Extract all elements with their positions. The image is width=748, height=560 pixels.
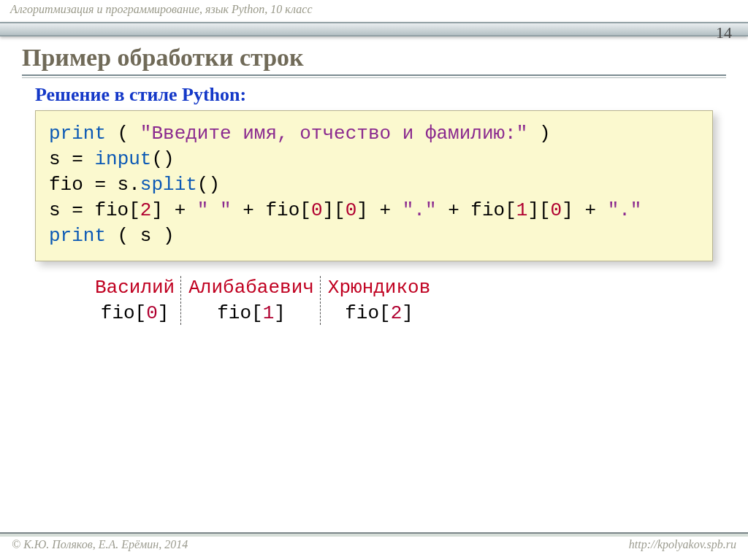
header-separator — [0, 22, 748, 37]
slide: Алгоритмизация и программирование, язык … — [0, 0, 748, 560]
code-number: 2 — [140, 199, 152, 221]
code-string: " " — [197, 199, 232, 221]
code-text: fio = s. — [49, 174, 140, 196]
example-label: fio[ — [345, 302, 390, 324]
code-number: 0 — [311, 199, 323, 221]
code-number: 0 — [346, 199, 357, 221]
kw-print: print — [49, 123, 106, 145]
code-text: s = fio[ — [49, 199, 140, 221]
kw-split: split — [140, 174, 197, 196]
code-text: ] + — [562, 199, 607, 221]
example-name: Хрюндиков — [328, 277, 430, 299]
code-string: "." — [402, 199, 437, 221]
code-text: + fio[ — [232, 199, 311, 221]
example-name: Василий — [95, 277, 175, 299]
footer-url: http://kpolyakov.spb.ru — [629, 538, 736, 551]
example-label: ] — [274, 302, 286, 324]
code-number: 1 — [263, 302, 275, 324]
example-table: Василий Алибабаевич Хрюндиков fio[0] fio… — [88, 275, 438, 326]
code-number: 0 — [551, 199, 562, 221]
slide-subtitle: Решение в стиле Python: — [35, 84, 748, 106]
example-name: Алибабаевич — [188, 277, 314, 299]
code-string: "Введите имя, отчество и фамилию:" — [140, 123, 528, 145]
code-text: s = — [49, 148, 94, 170]
code-block: print ( "Введите имя, отчество и фамилию… — [35, 110, 713, 261]
code-text: ][ — [323, 199, 346, 221]
code-number: 2 — [391, 302, 402, 324]
code-text: ) — [527, 123, 550, 145]
code-text: + fio[ — [437, 199, 516, 221]
code-string: "." — [608, 199, 642, 221]
code-number: 1 — [516, 199, 528, 221]
footer-copyright: © К.Ю. Поляков, Е.А. Ерёмин, 2014 — [12, 538, 188, 551]
kw-print: print — [49, 225, 106, 247]
slide-title: Пример обработки строк — [22, 44, 726, 72]
page-number: 14 — [716, 23, 732, 42]
code-text: () — [197, 174, 220, 196]
footer: © К.Ю. Поляков, Е.А. Ерёмин, 2014 http:/… — [0, 534, 748, 560]
code-text: ( — [106, 123, 140, 145]
code-number: 0 — [146, 302, 158, 324]
title-rule — [22, 74, 726, 78]
code-text: ] + — [356, 199, 402, 221]
code-text: ] + — [151, 199, 196, 221]
code-text: () — [151, 148, 174, 170]
course-header: Алгоритмизация и программирование, язык … — [0, 0, 748, 22]
table-row: Василий Алибабаевич Хрюндиков — [89, 276, 436, 300]
code-text: ][ — [527, 199, 550, 221]
kw-input: input — [94, 148, 151, 170]
table-row: fio[0] fio[1] fio[2] — [89, 302, 436, 326]
example-label: ] — [158, 302, 169, 324]
code-text: ( s ) — [106, 225, 175, 247]
example-label: ] — [402, 302, 413, 324]
example-label: fio[ — [217, 302, 262, 324]
example-label: fio[ — [101, 302, 146, 324]
